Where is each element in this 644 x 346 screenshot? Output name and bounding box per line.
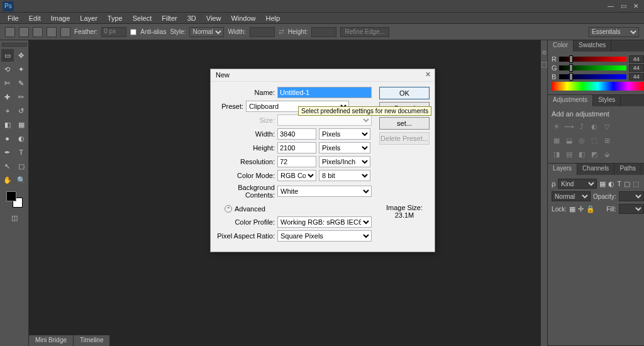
filter-pixel-icon[interactable]: ▦ xyxy=(599,180,606,188)
opacity-select[interactable] xyxy=(619,191,644,201)
tab-timeline[interactable]: Timeline xyxy=(74,335,110,346)
adj-curves-icon[interactable]: ⤴ xyxy=(577,121,587,131)
shape-tool[interactable]: ▢ xyxy=(15,160,28,172)
eraser-tool[interactable]: ◧ xyxy=(1,118,14,131)
lock-position-icon[interactable]: ✢ xyxy=(578,205,584,213)
spectrum-bar[interactable] xyxy=(552,82,644,91)
gradient-tool[interactable]: ▦ xyxy=(15,118,28,131)
opt-icon-4[interactable] xyxy=(60,27,70,37)
adj-vibrance-icon[interactable]: ▽ xyxy=(602,121,612,131)
anti-alias-checkbox[interactable] xyxy=(130,29,136,35)
color-swatches[interactable] xyxy=(6,191,23,208)
marquee-tool[interactable]: ▭ xyxy=(1,49,14,62)
adj-selective-icon[interactable]: ⬙ xyxy=(602,149,612,159)
g-value[interactable]: 44 xyxy=(629,64,644,72)
name-field[interactable] xyxy=(277,87,372,98)
color-mode-select[interactable]: RGB Color xyxy=(277,170,316,181)
filter-adj-icon[interactable]: ◐ xyxy=(608,180,614,188)
bit-depth-select[interactable]: 8 bit xyxy=(319,170,370,181)
menu-select[interactable]: Select xyxy=(128,13,157,23)
type-tool[interactable]: T xyxy=(15,146,28,159)
bg-contents-select[interactable]: White xyxy=(277,186,372,197)
r-slider[interactable] xyxy=(559,57,626,62)
feather-field[interactable]: 0 px xyxy=(101,27,126,37)
brush-tool[interactable]: ✏ xyxy=(15,91,28,103)
path-tool[interactable]: ↖ xyxy=(1,160,14,172)
lock-pixels-icon[interactable]: ▦ xyxy=(569,205,575,213)
menu-window[interactable]: Window xyxy=(226,13,260,23)
wand-tool[interactable]: ✦ xyxy=(15,63,28,75)
menu-filter[interactable]: Filter xyxy=(157,13,182,23)
menu-file[interactable]: File xyxy=(3,13,24,23)
tab-mini-bridge[interactable]: Mini Bridge xyxy=(29,335,74,346)
dodge-tool[interactable]: ◐ xyxy=(15,132,28,145)
lasso-tool[interactable]: ⟲ xyxy=(1,63,14,75)
dock-icon-2[interactable]: ⬚ xyxy=(541,60,547,69)
adj-gradient-icon[interactable]: ◩ xyxy=(589,149,599,159)
crop-tool[interactable]: ✄ xyxy=(1,77,14,89)
tab-adjustments[interactable]: Adjustments xyxy=(548,95,593,106)
hand-tool[interactable]: ✋ xyxy=(1,174,14,186)
b-value[interactable]: 44 xyxy=(629,73,644,81)
tab-swatches[interactable]: Swatches xyxy=(574,40,611,52)
adj-photofilter-icon[interactable]: ◎ xyxy=(577,135,587,145)
adj-threshold-icon[interactable]: ◧ xyxy=(577,149,587,159)
dock-icon-1[interactable]: ☼ xyxy=(541,48,547,55)
dialog-close-icon[interactable]: ✕ xyxy=(425,70,431,79)
close-button[interactable]: ✕ xyxy=(630,3,641,10)
move-tool[interactable]: ✥ xyxy=(15,49,28,62)
adj-brightness-icon[interactable]: ☀ xyxy=(552,121,562,131)
height-unit-select[interactable]: Pixels xyxy=(319,142,370,153)
menu-edit[interactable]: Edit xyxy=(24,13,46,23)
tools-handle[interactable] xyxy=(2,43,27,47)
tab-layers[interactable]: Layers xyxy=(548,164,577,175)
tab-styles[interactable]: Styles xyxy=(593,95,621,106)
adj-exposure-icon[interactable]: ◐ xyxy=(589,121,599,131)
kind-select[interactable]: Kind xyxy=(558,179,597,189)
minimize-button[interactable]: — xyxy=(605,3,616,10)
eyedropper-tool[interactable]: ✎ xyxy=(15,77,28,89)
tab-paths[interactable]: Paths xyxy=(614,164,641,175)
resolution-field[interactable] xyxy=(277,156,316,167)
adj-hue-icon[interactable]: ▦ xyxy=(552,135,562,145)
opt-icon-2[interactable] xyxy=(33,27,43,37)
menu-layer[interactable]: Layer xyxy=(75,13,103,23)
heal-tool[interactable]: ✚ xyxy=(1,91,14,103)
zoom-tool[interactable]: 🔍 xyxy=(15,174,28,186)
advanced-toggle[interactable]: ⌃Advanced xyxy=(225,205,265,213)
adj-lookup-icon[interactable]: ⊞ xyxy=(602,135,612,145)
selection-icon[interactable] xyxy=(5,27,15,37)
maximize-button[interactable]: ▭ xyxy=(618,3,629,10)
g-slider[interactable] xyxy=(559,65,626,70)
r-value[interactable]: 44 xyxy=(629,55,644,63)
menu-3d[interactable]: 3D xyxy=(182,13,201,23)
history-brush-tool[interactable]: ↺ xyxy=(15,104,28,117)
adj-levels-icon[interactable]: ⟿ xyxy=(564,121,574,131)
menu-type[interactable]: Type xyxy=(103,13,128,23)
filter-shape-icon[interactable]: ▢ xyxy=(624,180,630,188)
color-profile-select[interactable]: Working RGB: sRGB IEC61966-2.1 xyxy=(277,216,372,228)
style-select[interactable]: Normal xyxy=(189,27,224,37)
width-unit-select[interactable]: Pixels xyxy=(319,128,370,140)
filter-smart-icon[interactable]: ⬚ xyxy=(633,180,639,188)
fill-select[interactable] xyxy=(619,204,644,214)
save-preset-button[interactable]: set... xyxy=(379,117,430,130)
opt-icon-3[interactable] xyxy=(47,27,57,37)
refine-edge-button[interactable]: Refine Edge... xyxy=(340,27,389,37)
blur-tool[interactable]: ● xyxy=(1,132,14,145)
lock-all-icon[interactable]: 🔒 xyxy=(586,205,595,213)
adj-invert-icon[interactable]: ◨ xyxy=(552,149,562,159)
tab-color[interactable]: Color xyxy=(548,40,574,52)
menu-image[interactable]: Image xyxy=(46,13,75,23)
pixel-aspect-select[interactable]: Square Pixels xyxy=(277,230,372,242)
adj-poster-icon[interactable]: ▤ xyxy=(564,149,574,159)
b-slider[interactable] xyxy=(559,74,626,79)
tab-channels[interactable]: Channels xyxy=(577,164,614,175)
adj-mixer-icon[interactable]: ⬚ xyxy=(589,135,599,145)
pen-tool[interactable]: ✒ xyxy=(1,146,14,159)
swap-icon[interactable]: ⇄ xyxy=(279,28,284,36)
resolution-unit-select[interactable]: Pixels/Inch xyxy=(319,156,370,167)
menu-view[interactable]: View xyxy=(201,13,226,23)
filter-type-icon[interactable]: T xyxy=(617,180,621,187)
blend-mode-select[interactable]: Normal xyxy=(552,191,591,201)
